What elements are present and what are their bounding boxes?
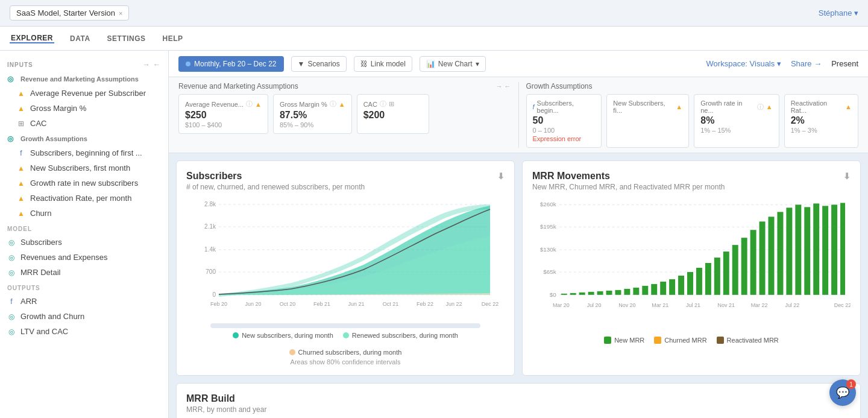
svg-text:Mar 21: Mar 21 <box>652 302 668 308</box>
monthly-dot <box>186 62 190 66</box>
inputs-label: INPUTS <box>7 62 33 68</box>
monthly-button[interactable]: Monthly, Feb 20 – Dec 22 <box>178 56 284 72</box>
svg-rect-33 <box>597 291 603 295</box>
sidebar-item-mrr-detail[interactable]: ◎ MRR Detail <box>0 265 168 280</box>
growth-churn-label: Growth and Churn <box>20 312 84 321</box>
mrr-detail-label: MRR Detail <box>20 268 60 277</box>
sidebar-item-revenues-expenses[interactable]: ◎ Revenues and Expenses <box>0 250 168 265</box>
share-link[interactable]: Share → <box>791 59 822 68</box>
nav-explorer[interactable]: EXPLORER <box>10 34 54 43</box>
sidebar-item-ltv-cac[interactable]: ◎ LTV and CAC <box>0 324 168 339</box>
new-chart-label: New Chart <box>438 60 473 68</box>
chat-bubble[interactable]: 💬 1 <box>829 379 856 406</box>
svg-rect-32 <box>588 292 594 295</box>
svg-text:$195k: $195k <box>540 223 556 230</box>
avg-revenue-card[interactable]: Average Revenue... ⓘ ▲ $250 $100 – $400 <box>178 94 268 134</box>
sidebar-item-cac[interactable]: ⊞ CAC <box>0 116 168 131</box>
new-mrr-sq <box>604 337 611 344</box>
chat-badge: 1 <box>846 379 856 389</box>
sidebar-item-new-subscribers[interactable]: ▲ New Subscribers, first month <box>0 160 168 176</box>
section-nav-arrows[interactable]: → ← <box>495 83 511 90</box>
trend-icon: ▲ <box>255 101 262 108</box>
charts-row-1: Subscribers ⬇ # of new, churned, and ren… <box>176 160 861 376</box>
new-subs-dot <box>233 332 239 338</box>
gross-margin-card[interactable]: Gross Margin % ⓘ ▲ 87.5% 85% – 90% <box>273 94 352 134</box>
avg-revenue-range: $100 – $400 <box>185 121 262 128</box>
nav-settings[interactable]: SETTINGS <box>106 34 147 43</box>
svg-rect-48 <box>732 245 738 295</box>
cac-value: $200 <box>363 110 423 121</box>
sidebar-item-avg-revenue[interactable]: ▲ Average Revenue per Subscriber <box>0 86 168 101</box>
svg-text:Feb 21: Feb 21 <box>313 301 330 307</box>
model-tab[interactable]: SaaS Model, Starter Version × <box>10 5 129 21</box>
mrr-download-icon[interactable]: ⬇ <box>843 171 851 181</box>
svg-rect-53 <box>777 212 783 294</box>
gross-margin-card-label: Gross Margin % ⓘ ▲ <box>280 100 345 109</box>
svg-text:Dec 22: Dec 22 <box>834 302 851 308</box>
nav-data[interactable]: DATA <box>69 34 92 43</box>
svg-rect-58 <box>822 206 828 294</box>
growth-rate-card-label: Growth rate in ne... ⓘ ▲ <box>700 100 772 114</box>
growth-rate-icon: ▲ <box>17 179 25 188</box>
new-chart-button[interactable]: 📊 New Chart ▾ <box>420 56 486 72</box>
subscribers-begin-card[interactable]: f Subscribers, begin... 50 0 – 100 Expre… <box>526 94 602 148</box>
sidebar-item-growth-churn[interactable]: ◎ Growth and Churn <box>0 309 168 324</box>
subscribers-chart-card: Subscribers ⬇ # of new, churned, and ren… <box>176 160 515 376</box>
sidebar-item-gross-margin[interactable]: ▲ Gross Margin % <box>0 101 168 116</box>
churn-icon: ▲ <box>17 209 25 218</box>
revenues-expenses-label: Revenues and Expenses <box>20 253 108 262</box>
svg-rect-49 <box>741 238 747 295</box>
svg-text:$65k: $65k <box>543 268 556 275</box>
inputs-arrows[interactable]: → ← <box>143 60 161 69</box>
user-menu[interactable]: Stéphane ▾ <box>819 8 858 17</box>
growth-section-title: Growth Assumptions <box>526 82 593 90</box>
trend-icon5: ▲ <box>845 103 852 110</box>
nav-help[interactable]: HELP <box>162 34 184 43</box>
present-button[interactable]: Present <box>831 59 858 68</box>
growth-rate-range: 1% – 15% <box>700 127 772 134</box>
sidebar-item-churn[interactable]: ▲ Churn <box>0 206 168 221</box>
toolbar-right: Workspace: Visuals ▾ Share → Present <box>706 59 858 68</box>
gross-margin-range: 85% – 90% <box>280 121 345 128</box>
renewed-subs-dot <box>343 332 349 338</box>
svg-text:Jun 20: Jun 20 <box>245 301 261 307</box>
growth-cards: f Subscribers, begin... 50 0 – 100 Expre… <box>526 94 859 148</box>
growth-rate-card[interactable]: Growth rate in ne... ⓘ ▲ 8% 1% – 15% <box>694 94 779 148</box>
sidebar-item-subscribers-model[interactable]: ◎ Subscribers <box>0 235 168 250</box>
reactivated-mrr-sq <box>717 337 724 344</box>
subscribers-download-icon[interactable]: ⬇ <box>497 171 505 181</box>
growth-assumptions-section: Growth Assumptions f Subscribers, begin.… <box>526 82 859 148</box>
svg-rect-46 <box>714 258 720 295</box>
svg-text:Nov 20: Nov 20 <box>618 302 635 308</box>
legend-new-subs: New subscribers, during month <box>233 332 333 339</box>
svg-text:Jun 21: Jun 21 <box>348 301 364 307</box>
reactivation-label: Reactivation Rate, per month <box>30 194 131 203</box>
new-subs-legend-label: New subscribers, during month <box>242 332 333 339</box>
svg-text:$130k: $130k <box>540 246 556 253</box>
sidebar-item-subscribers-begin[interactable]: f Subscribers, beginning of first ... <box>0 145 168 160</box>
close-icon[interactable]: × <box>119 10 122 17</box>
cac-card[interactable]: CAC ⓘ ⊞ $200 <box>357 94 429 134</box>
growth-assumptions-group[interactable]: ◎ Growth Assumptions <box>0 131 168 145</box>
svg-text:2.1k: 2.1k <box>204 223 216 230</box>
svg-rect-52 <box>769 217 775 295</box>
new-subs-first-card[interactable]: New Subscribers, fi... ▲ <box>606 94 689 148</box>
link-model-button[interactable]: ⛓ Link model <box>354 56 412 72</box>
growth-group-icon: ◎ <box>7 135 16 143</box>
mrr-chart-subtitle: New MRR, Churned MRR, and Reactivated MR… <box>532 183 851 191</box>
sidebar-item-reactivation[interactable]: ▲ Reactivation Rate, per month <box>0 191 168 206</box>
avg-revenue-icon: ▲ <box>17 89 25 98</box>
sidebar-item-arr[interactable]: f ARR <box>0 294 168 309</box>
scenarios-button[interactable]: ▼ Scenarios <box>291 56 347 72</box>
chart-scrollbar[interactable] <box>210 323 480 328</box>
revenue-section-header: Revenue and Marketing Assumptions → ← <box>178 82 511 90</box>
svg-rect-37 <box>633 288 639 295</box>
reactivation-icon: ▲ <box>17 194 25 203</box>
revenue-assumptions-group[interactable]: ◎ Revenue and Marketing Assumptions <box>0 71 168 86</box>
reactivation-card[interactable]: Reactivation Rat... ▲ 2% 1% – 3% <box>784 94 858 148</box>
subs-begin-range: 0 – 100 <box>533 127 596 134</box>
gross-margin-icon: ▲ <box>17 104 25 113</box>
workspace-link[interactable]: Workspace: Visuals ▾ <box>706 59 781 68</box>
sidebar-item-growth-rate[interactable]: ▲ Growth rate in new subscribers <box>0 176 168 191</box>
sidebar: INPUTS → ← ◎ Revenue and Marketing Assum… <box>0 51 169 418</box>
